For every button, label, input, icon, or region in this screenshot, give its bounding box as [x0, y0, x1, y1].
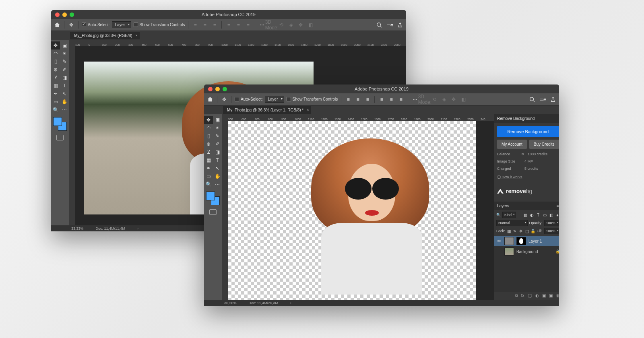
align-center-v-icon[interactable]: ≡	[235, 21, 242, 29]
filter-kind-select[interactable]: Kind	[502, 212, 516, 218]
align-top-icon[interactable]: ≡	[225, 21, 232, 29]
path-selection-tool[interactable]: ↖	[213, 164, 222, 172]
type-tool[interactable]: T	[60, 82, 69, 90]
close-icon[interactable]	[55, 12, 60, 17]
lasso-tool[interactable]: ◠	[204, 124, 213, 132]
home-icon[interactable]	[54, 21, 61, 29]
move-tool-icon[interactable]: ✥	[68, 21, 75, 29]
link-layers-icon[interactable]: ⧉	[515, 293, 518, 298]
align-left-icon[interactable]: ≡	[192, 21, 199, 29]
filter-type-icon[interactable]: T	[536, 213, 541, 217]
zoom-tool[interactable]: 🔍	[51, 106, 60, 114]
show-transform-checkbox[interactable]: Show Transform Controls	[134, 23, 185, 27]
panel-menu-icon[interactable]: ≡	[557, 204, 559, 208]
healing-brush-tool[interactable]: ⊕	[51, 66, 60, 74]
healing-brush-tool[interactable]: ⊕	[204, 140, 213, 148]
lock-transparency-icon[interactable]: ▦	[507, 229, 511, 233]
share-icon[interactable]	[549, 96, 557, 103]
clone-stamp-tool[interactable]: ⊻	[204, 148, 213, 156]
gradient-tool[interactable]: ▦	[204, 156, 213, 164]
lock-artboard-icon[interactable]: ◫	[525, 229, 529, 233]
layer-thumbnail[interactable]	[504, 237, 514, 245]
lock-position-icon[interactable]: ✥	[519, 229, 523, 233]
show-transform-checkbox[interactable]: Show Transform Controls	[287, 97, 338, 101]
workspace-icon[interactable]: ▭▾	[539, 96, 546, 103]
home-icon[interactable]	[206, 96, 214, 103]
eyedropper-tool[interactable]: ✎	[213, 132, 222, 140]
move-tool-icon[interactable]: ✥	[221, 96, 228, 103]
crop-tool[interactable]: ⌷	[204, 132, 213, 140]
workspace-icon[interactable]: ▭▾	[386, 21, 393, 29]
align-center-h-icon[interactable]: ≡	[354, 96, 361, 103]
shape-tool[interactable]: ▭	[51, 98, 60, 106]
gradient-tool[interactable]: ▦	[51, 82, 60, 90]
group-icon[interactable]: ▣	[542, 293, 546, 298]
zoom-level[interactable]: 33,33%	[71, 227, 84, 231]
layer-item[interactable]: Background 🔒	[494, 246, 559, 257]
lock-all-icon[interactable]: 🔒	[531, 229, 535, 233]
artboard[interactable]	[228, 121, 494, 300]
status-chevron-icon[interactable]: ›	[290, 301, 291, 305]
close-tab-icon[interactable]: ×	[307, 108, 309, 112]
align-bottom-icon[interactable]: ≡	[244, 21, 252, 29]
search-icon[interactable]	[376, 21, 383, 29]
lock-pixels-icon[interactable]: ✎	[513, 229, 517, 233]
layer-name[interactable]: Layer 1	[528, 239, 542, 243]
quick-mask-toggle[interactable]	[209, 209, 217, 215]
color-swatches[interactable]	[206, 192, 220, 205]
auto-select-checkbox[interactable]: Auto-Select:	[82, 23, 109, 27]
artboard-tool[interactable]: ▣	[213, 116, 222, 124]
buy-credits-button[interactable]: Buy Credits	[529, 140, 559, 149]
fill-input[interactable]: 100%	[544, 228, 559, 234]
shape-tool[interactable]: ▭	[204, 172, 213, 180]
align-bottom-icon[interactable]: ≡	[397, 96, 405, 103]
more-icon[interactable]: ⋯	[411, 96, 419, 103]
titlebar[interactable]: Adobe Photoshop CC 2019	[204, 84, 559, 93]
visibility-icon[interactable]: 👁	[496, 239, 502, 243]
blend-mode-select[interactable]: Normal	[496, 220, 528, 226]
color-swatches[interactable]	[53, 117, 67, 131]
close-tab-icon[interactable]: ×	[135, 33, 137, 37]
how-it-works-link[interactable]: How it works	[497, 175, 559, 180]
new-layer-icon[interactable]: ▣	[549, 293, 553, 298]
foreground-color-swatch[interactable]	[53, 117, 62, 126]
eraser-tool[interactable]: ◨	[213, 148, 222, 156]
opacity-input[interactable]: 100%	[544, 220, 559, 226]
minimize-icon[interactable]	[62, 12, 67, 17]
panel-tab[interactable]: Remove Background	[494, 114, 559, 123]
titlebar[interactable]: Adobe Photoshop CC 2019	[51, 10, 406, 19]
close-icon[interactable]	[208, 87, 213, 91]
magic-wand-tool[interactable]: ✴	[60, 49, 69, 58]
artboard-tool[interactable]: ▣	[60, 41, 69, 49]
layer-mask-thumbnail[interactable]	[516, 237, 526, 245]
eraser-tool[interactable]: ◨	[60, 74, 69, 82]
status-chevron-icon[interactable]: ›	[137, 227, 138, 231]
brush-tool[interactable]: ✐	[213, 140, 222, 148]
edit-toolbar[interactable]: ⋯	[60, 106, 69, 114]
path-selection-tool[interactable]: ↖	[60, 90, 69, 98]
brush-tool[interactable]: ✐	[60, 66, 69, 74]
eyedropper-tool[interactable]: ✎	[60, 58, 69, 66]
align-right-icon[interactable]: ≡	[364, 96, 371, 103]
filter-toggle-icon[interactable]: ●	[555, 213, 559, 217]
filter-adjust-icon[interactable]: ◐	[530, 213, 534, 217]
minimize-icon[interactable]	[215, 87, 220, 91]
layer-mask-icon[interactable]: ◯	[528, 293, 532, 298]
layer-fx-icon[interactable]: fx	[521, 293, 524, 298]
align-center-h-icon[interactable]: ≡	[201, 21, 208, 29]
move-tool[interactable]: ✥	[51, 41, 60, 49]
auto-select-target[interactable]: Layer	[112, 21, 131, 28]
filter-shape-icon[interactable]: ▭	[543, 213, 547, 217]
delete-layer-icon[interactable]: 🗑	[556, 293, 559, 298]
move-tool[interactable]: ✥	[204, 116, 213, 124]
my-account-button[interactable]: My Account	[497, 140, 527, 149]
maximize-icon[interactable]	[70, 12, 74, 17]
align-top-icon[interactable]: ≡	[378, 96, 385, 103]
adjustment-layer-icon[interactable]: ◐	[535, 293, 539, 298]
auto-select-target[interactable]: Layer	[265, 96, 284, 103]
layers-panel-title[interactable]: Layers	[497, 204, 509, 208]
foreground-color-swatch[interactable]	[206, 192, 215, 200]
zoom-level[interactable]: 36,26%	[224, 301, 237, 305]
document-tab[interactable]: My_Photo.jpg @ 36,3% (Layer 1, RGB/8) *×	[223, 106, 311, 114]
lock-icon[interactable]: 🔒	[555, 249, 559, 254]
